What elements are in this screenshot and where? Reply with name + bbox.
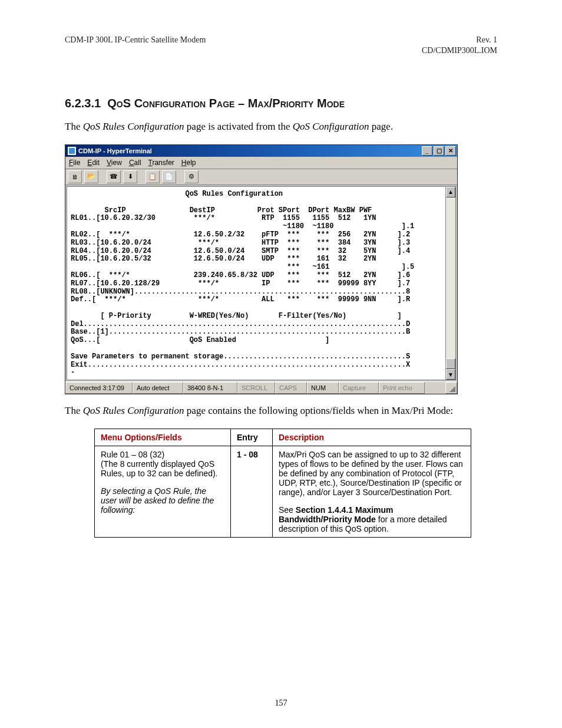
th-menu: Menu Options/Fields xyxy=(95,429,231,446)
status-caps: CAPS xyxy=(275,382,307,394)
minimize-button[interactable]: _ xyxy=(422,146,432,156)
th-entry: Entry xyxy=(231,429,273,446)
status-printecho: Print echo xyxy=(379,382,425,394)
after-paragraph: The QoS Rules Configuration page contain… xyxy=(65,404,497,418)
toolbar: 🗎 📂 ☎ ⬇ 📋 📄 ⚙ xyxy=(65,169,457,185)
receive-icon[interactable]: ⬇ xyxy=(123,170,137,183)
scroll-thumb[interactable] xyxy=(446,358,455,369)
statusbar: Connected 3:17:09 Auto detect 38400 8-N-… xyxy=(65,381,457,394)
window-title: CDM-IP - HyperTerminal xyxy=(78,147,422,154)
doc-rev: Rev. 1 xyxy=(476,35,497,45)
options-table: Menu Options/Fields Entry Description Ru… xyxy=(94,429,471,538)
section-heading: 6.2.3.1 QoS Configuration Page – Max/Pri… xyxy=(65,97,497,110)
status-capture: Capture xyxy=(339,382,379,394)
hangup-icon[interactable]: ☎ xyxy=(107,170,121,183)
status-scroll: SCROLL xyxy=(237,382,275,394)
app-icon xyxy=(68,147,76,155)
intro-paragraph: The QoS Rules Configuration page is acti… xyxy=(65,120,497,134)
resize-grip-icon[interactable] xyxy=(445,382,457,394)
menu-call[interactable]: Call xyxy=(129,159,141,167)
vertical-scrollbar[interactable]: ▲ ▼ xyxy=(445,187,455,380)
cell-entry: 1 - 08 xyxy=(231,446,273,538)
cell-menu: Rule 01 – 08 (32) (The 8 currently displ… xyxy=(95,446,231,538)
copy-icon[interactable]: 📄 xyxy=(162,170,176,183)
status-settings: 38400 8-N-1 xyxy=(183,382,237,394)
properties-icon[interactable]: ⚙ xyxy=(184,170,199,183)
page-number: 157 xyxy=(0,699,562,708)
new-icon[interactable]: 🗎 xyxy=(68,170,82,183)
terminal-output: QoS Rules Configuration SrcIP DestIP Pro… xyxy=(67,187,445,380)
menu-file[interactable]: File xyxy=(69,159,80,167)
cell-desc: Max/Pri QoS can be assigned to up to 32 … xyxy=(273,446,471,538)
hyperterminal-window: CDM-IP - HyperTerminal _ ▢ ✕ File Edit V… xyxy=(65,144,458,394)
status-detect: Auto detect xyxy=(133,382,183,394)
menu-transfer[interactable]: Transfer xyxy=(148,159,174,167)
th-desc: Description xyxy=(273,429,471,446)
menu-help[interactable]: Help xyxy=(181,159,196,167)
send-icon[interactable]: 📋 xyxy=(146,170,160,183)
close-button[interactable]: ✕ xyxy=(445,146,456,156)
status-num: NUM xyxy=(307,382,339,394)
scroll-down-icon[interactable]: ▼ xyxy=(446,369,455,380)
doc-code: CD/CDMIP300L.IOM xyxy=(65,46,497,55)
status-connected: Connected 3:17:09 xyxy=(65,382,133,394)
menu-view[interactable]: View xyxy=(107,159,122,167)
maximize-button[interactable]: ▢ xyxy=(434,146,444,156)
titlebar[interactable]: CDM-IP - HyperTerminal _ ▢ ✕ xyxy=(65,145,457,157)
menu-edit[interactable]: Edit xyxy=(87,159,100,167)
table-row: Rule 01 – 08 (32) (The 8 currently displ… xyxy=(95,446,471,538)
doc-title-left: CDM-IP 300L IP-Centric Satellite Modem xyxy=(65,35,206,45)
menubar: File Edit View Call Transfer Help xyxy=(65,157,457,169)
scroll-up-icon[interactable]: ▲ xyxy=(446,187,455,197)
open-icon[interactable]: 📂 xyxy=(84,170,98,183)
